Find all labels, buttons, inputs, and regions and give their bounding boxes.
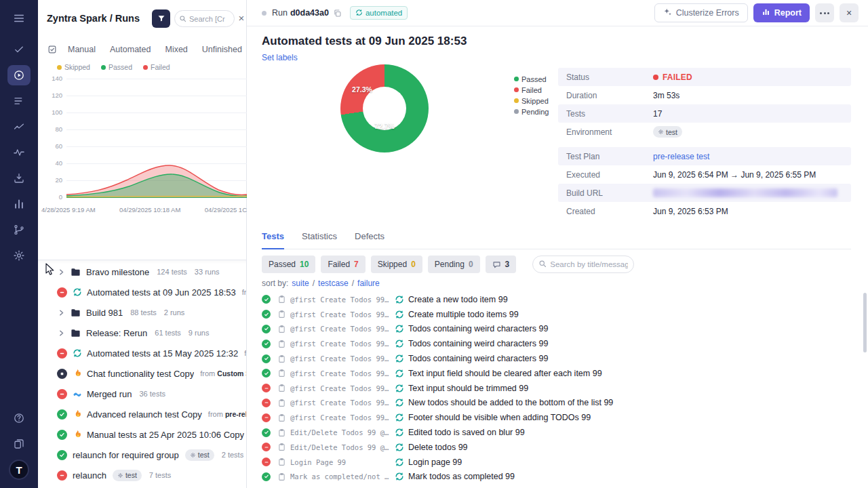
automated-icon [395, 310, 404, 319]
copy-icon[interactable] [333, 9, 342, 18]
test-row[interactable]: @first Create Todos 99…Todos containing … [262, 336, 849, 351]
bar-chart-icon [762, 7, 770, 18]
docs-icon[interactable] [7, 434, 31, 454]
runs-search-input[interactable] [189, 15, 230, 23]
tab-mixed[interactable]: Mixed [165, 45, 187, 54]
tab-defects[interactable]: Defects [355, 231, 384, 249]
run-detail-topbar: Run d0da43a0 automated Clusterize Errors… [247, 0, 868, 26]
run-meta: 124 tests [157, 268, 187, 276]
status-passed-icon [262, 428, 271, 437]
reports-icon[interactable] [7, 194, 31, 214]
test-row[interactable]: @first Create Todos 99…Create a new todo… [262, 292, 849, 307]
menu-icon[interactable] [7, 8, 31, 28]
skipped-filter-chip[interactable]: Skipped0 [371, 256, 422, 273]
filters-button[interactable] [152, 9, 170, 28]
runs-tree-run[interactable]: Chat functionality test Copyfrom Custom … [38, 363, 246, 384]
runs-search[interactable] [174, 10, 235, 27]
chevron-right-icon[interactable] [57, 308, 66, 317]
runs-tree-run[interactable]: relaunchtest7 tests [38, 465, 246, 485]
clusterize-errors-button[interactable]: Clusterize Errors [654, 3, 748, 22]
sort-failure-link[interactable]: failure [357, 279, 380, 288]
more-options-button[interactable] [815, 3, 834, 22]
close-run-button[interactable]: × [840, 3, 859, 22]
test-plan-link[interactable]: pre-release test [653, 152, 709, 161]
panel-title: Zyntra Spark / Runs [47, 13, 140, 24]
runs-tree-run[interactable]: Merged run36 tests [38, 384, 246, 404]
failed-filter-chip[interactable]: Failed7 [321, 256, 365, 273]
test-title: Login page 99 [408, 458, 462, 467]
test-plans-icon[interactable] [7, 91, 31, 111]
automated-icon [395, 354, 404, 363]
tab-tests[interactable]: Tests [262, 231, 284, 249]
breadcrumb-divider: / [110, 13, 113, 24]
test-row[interactable]: @first Create Todos 99…Text input field … [262, 366, 849, 381]
run-label: Run [272, 8, 288, 18]
skipped-dot [57, 65, 62, 70]
tab-manual[interactable]: Manual [68, 45, 96, 54]
passed-filter-chip[interactable]: Passed10 [262, 256, 315, 273]
info-label: Build URL [558, 188, 653, 198]
runs-tree-run[interactable]: relaunch for required grouptest2 tests [38, 445, 246, 465]
help-icon[interactable] [7, 408, 31, 428]
status-failed-icon [57, 348, 67, 359]
clipboard-icon [277, 458, 286, 466]
tests-search[interactable] [532, 256, 634, 273]
test-row[interactable]: @first Create Todos 99…Create multiple t… [262, 307, 849, 322]
runs-tree-run[interactable]: Advanced relaunch test Copyfrom pre-rele… [38, 404, 246, 424]
status-value: FAILED [653, 73, 692, 82]
y-tick: 100 [38, 109, 62, 116]
test-row[interactable]: @first Create Todos 99…Footer should be … [262, 410, 849, 425]
activity-icon[interactable] [7, 142, 31, 163]
run-meta: 36 tests [139, 390, 165, 398]
info-value: 17 [653, 109, 662, 119]
runs-tree-folder[interactable]: Bravo milestone124 tests33 runs [38, 262, 246, 282]
test-row[interactable]: Edit/Delete Todos 99 @…Delete todos 99 [262, 440, 849, 455]
brand-logo[interactable]: T [9, 460, 29, 480]
imports-icon[interactable] [7, 168, 31, 188]
status-passed-icon [262, 310, 271, 319]
suite-name: @first Create Todos 99… [290, 310, 389, 319]
sort-testcase-link[interactable]: testcase [318, 279, 349, 288]
search-icon [179, 13, 186, 25]
test-title: Create a new todo item 99 [408, 295, 508, 304]
chevron-right-icon[interactable] [57, 329, 66, 338]
pending-filter-chip[interactable]: Pending0 [428, 256, 480, 273]
tab-automated[interactable]: Automated [110, 45, 151, 54]
test-row[interactable]: @first Create Todos 99…Text input should… [262, 381, 849, 396]
runs-tree-run[interactable]: Automated tests at 09 Jun 2025 18:53from… [38, 282, 246, 302]
settings-icon[interactable] [7, 245, 31, 266]
test-row[interactable]: Mark as completed/not …Mark todos as com… [262, 470, 849, 485]
runs-icon[interactable] [7, 65, 31, 85]
flaky-icon[interactable] [7, 117, 31, 137]
test-row[interactable]: Login Page 99Login page 99 [262, 455, 849, 470]
select-all-icon[interactable] [47, 45, 57, 54]
report-button[interactable]: Report [753, 3, 810, 22]
set-labels-link[interactable]: Set labels [262, 53, 298, 62]
status-passed-icon [262, 354, 271, 363]
tests-icon[interactable] [7, 39, 31, 60]
status-passed-icon [57, 430, 67, 440]
tab-unfinished[interactable]: Unfinished [202, 45, 242, 54]
test-row[interactable]: @first Create Todos 99…Todos containing … [262, 322, 849, 337]
test-title: Text input field should be cleared after… [408, 369, 602, 378]
integrations-icon[interactable] [7, 220, 31, 240]
test-row[interactable]: @first Create Todos 99…New todos should … [262, 396, 849, 411]
test-row[interactable]: Edit/Delete Todos 99 @…Edited todo is sa… [262, 425, 849, 440]
sort-suite-link[interactable]: suite [292, 279, 309, 288]
status-failed-icon [262, 399, 271, 407]
suite-name: @first Create Todos 99… [290, 384, 389, 392]
runs-tree-folder[interactable]: Release: Rerun61 tests9 runs [38, 323, 246, 343]
tests-search-input[interactable] [550, 260, 628, 268]
runs-tree-run[interactable]: Manual tests at 25 Apr 2025 10:06 Copyfr… [38, 424, 246, 445]
tests-scrollbar[interactable] [863, 293, 867, 352]
test-title: Todos containing weird characters 99 [408, 354, 548, 363]
automated-icon [395, 339, 404, 348]
status-failed-icon [57, 470, 67, 481]
test-row[interactable]: @first Create Todos 99…Todos containing … [262, 351, 849, 366]
runs-tree-run[interactable]: Automated tests at 15 May 2025 12:32from… [38, 343, 246, 363]
runs-tree-folder[interactable]: Build 98188 tests2 runs [38, 302, 246, 323]
comments-filter-chip[interactable]: 3 [486, 256, 517, 273]
chevron-right-icon[interactable] [57, 268, 66, 277]
tab-statistics[interactable]: Statistics [302, 231, 337, 249]
suite-name: Login Page 99 [290, 458, 389, 466]
